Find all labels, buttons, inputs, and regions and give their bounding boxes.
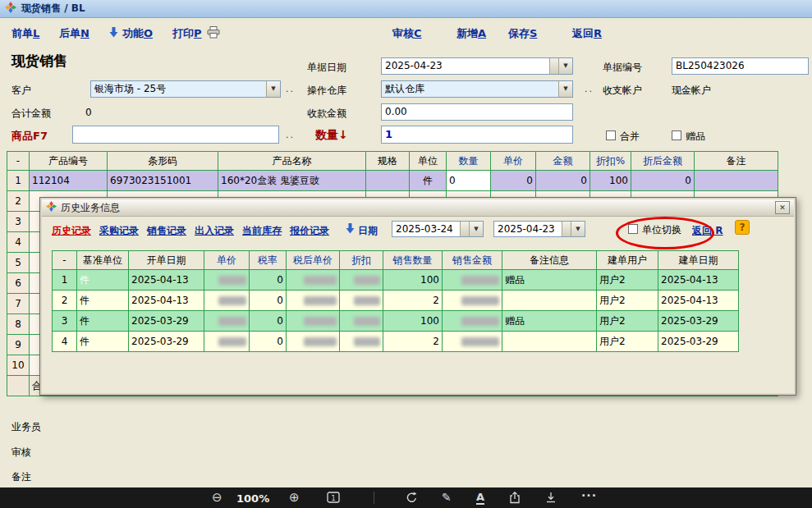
cell[interactable]: 件: [77, 332, 129, 352]
cell[interactable]: 112104: [30, 171, 108, 191]
calendar-icon[interactable]: [460, 222, 469, 236]
dropdown-arrow-icon[interactable]: ▼: [469, 222, 483, 236]
cell[interactable]: [502, 291, 597, 311]
qty-input[interactable]: 1: [381, 126, 573, 144]
edit-pencil-icon[interactable]: ✎: [442, 491, 452, 504]
date-to-picker[interactable]: 2025-04-23▼: [493, 221, 585, 237]
share-button[interactable]: [509, 492, 521, 507]
redacted-cell[interactable]: [204, 291, 250, 311]
add-button[interactable]: 新增A: [456, 26, 486, 41]
cell[interactable]: [695, 171, 778, 191]
redacted-cell[interactable]: [443, 332, 502, 352]
cell[interactable]: 2025-04-13: [129, 270, 204, 291]
redacted-cell[interactable]: [287, 311, 340, 332]
cell[interactable]: 2025-04-13: [658, 291, 739, 311]
dropdown-arrow-icon[interactable]: ▼: [558, 58, 572, 74]
unit-switch-checkbox[interactable]: [628, 224, 638, 234]
cell[interactable]: 100: [383, 311, 443, 332]
cell[interactable]: 件: [77, 291, 129, 311]
redacted-cell[interactable]: [443, 291, 502, 311]
zoom-level[interactable]: 100%: [236, 492, 269, 505]
qty-edit-cell[interactable]: 0: [447, 171, 491, 191]
cell[interactable]: 0: [491, 171, 536, 191]
tab-sales[interactable]: 销售记录: [147, 224, 186, 238]
rotate-button[interactable]: [406, 492, 418, 507]
cell[interactable]: 2025-03-29: [658, 332, 739, 352]
redacted-cell[interactable]: [287, 270, 340, 291]
more-options-button[interactable]: ···: [581, 489, 597, 502]
cell[interactable]: 2025-04-13: [658, 270, 739, 291]
zoom-out-button[interactable]: ⊖: [212, 490, 222, 505]
cell[interactable]: 2025-04-13: [129, 291, 204, 311]
cell[interactable]: 赠品: [502, 270, 597, 291]
back-button[interactable]: 返回R: [572, 26, 602, 41]
redacted-cell[interactable]: [340, 332, 383, 352]
dialog-title-bar[interactable]: 历史业务信息 ✕: [42, 199, 794, 217]
cell[interactable]: 100: [383, 270, 443, 291]
product-browse-button[interactable]: ..: [286, 130, 295, 140]
help-button[interactable]: ?: [735, 220, 750, 235]
account-value[interactable]: 现金帐户: [672, 84, 711, 98]
calendar-icon[interactable]: [562, 222, 571, 236]
cell[interactable]: 6973023151001: [108, 171, 218, 191]
cell[interactable]: 用户2: [597, 332, 658, 352]
customer-select[interactable]: 银海市场 - 25号▼: [90, 80, 281, 98]
cell[interactable]: 2025-03-29: [658, 311, 739, 332]
cell[interactable]: 2: [383, 291, 443, 311]
tab-quotes[interactable]: 报价记录: [290, 224, 329, 238]
redacted-cell[interactable]: [287, 291, 340, 311]
redacted-cell[interactable]: [340, 291, 383, 311]
redacted-cell[interactable]: [340, 270, 383, 291]
calendar-icon[interactable]: [549, 58, 558, 74]
gift-checkbox[interactable]: [672, 130, 681, 140]
redacted-cell[interactable]: [443, 311, 502, 332]
dropdown-arrow-icon[interactable]: ▼: [266, 81, 280, 97]
zoom-in-button[interactable]: ⊕: [289, 490, 300, 505]
dialog-return-button[interactable]: 返回 R: [692, 224, 723, 238]
redacted-cell[interactable]: [204, 270, 250, 291]
date-from-picker[interactable]: 2025-03-24▼: [392, 221, 484, 237]
cell[interactable]: 0: [250, 270, 287, 291]
cell[interactable]: 0: [250, 291, 287, 311]
tab-in-out[interactable]: 出入记录: [195, 224, 234, 238]
cell[interactable]: 2025-03-29: [129, 311, 204, 332]
cell[interactable]: 件: [410, 171, 447, 191]
cell[interactable]: [502, 332, 597, 352]
cell[interactable]: 0: [536, 171, 590, 191]
prev-doc-button[interactable]: 前单L: [11, 26, 39, 41]
redacted-cell[interactable]: [443, 270, 502, 291]
dropdown-arrow-icon[interactable]: ▼: [571, 222, 585, 236]
cell[interactable]: [366, 171, 410, 191]
redacted-cell[interactable]: [204, 332, 250, 352]
warehouse-select[interactable]: 默认仓库▼: [381, 80, 573, 98]
cell[interactable]: 0: [631, 171, 695, 191]
customer-browse-button[interactable]: ..: [286, 84, 295, 94]
redacted-cell[interactable]: [340, 311, 383, 332]
next-doc-button[interactable]: 后单N: [59, 26, 89, 41]
printer-icon[interactable]: [207, 26, 220, 41]
cell[interactable]: 100: [590, 171, 631, 191]
cell[interactable]: 用户2: [597, 270, 658, 291]
selected-cell[interactable]: 件: [77, 270, 129, 291]
merge-checkbox[interactable]: [606, 130, 616, 140]
tab-history[interactable]: 历史记录: [52, 224, 91, 238]
close-icon[interactable]: ✕: [775, 201, 790, 214]
cell[interactable]: 0: [250, 332, 287, 352]
redacted-cell[interactable]: [204, 311, 250, 332]
row-number[interactable]: 1: [7, 171, 30, 191]
doc-date-picker[interactable]: 2025-04-23▼: [381, 57, 573, 75]
cell[interactable]: 160*20盒装 鬼婆豆豉: [218, 171, 366, 191]
fit-window-button[interactable]: 1: [327, 492, 340, 506]
functions-button[interactable]: 功能O: [122, 26, 153, 41]
cell[interactable]: 赠品: [502, 311, 597, 332]
audit-button[interactable]: 审核C: [392, 26, 422, 41]
tab-purchase[interactable]: 采购记录: [99, 224, 139, 238]
cell[interactable]: 2: [383, 332, 443, 352]
save-copy-button[interactable]: [545, 492, 557, 507]
cell[interactable]: 0: [250, 311, 287, 332]
product-input[interactable]: [72, 126, 279, 144]
redacted-cell[interactable]: [287, 332, 340, 352]
text-tool-button[interactable]: A: [476, 492, 484, 505]
save-button[interactable]: 保存S: [508, 26, 537, 41]
warehouse-browse-button[interactable]: ..: [585, 84, 594, 94]
